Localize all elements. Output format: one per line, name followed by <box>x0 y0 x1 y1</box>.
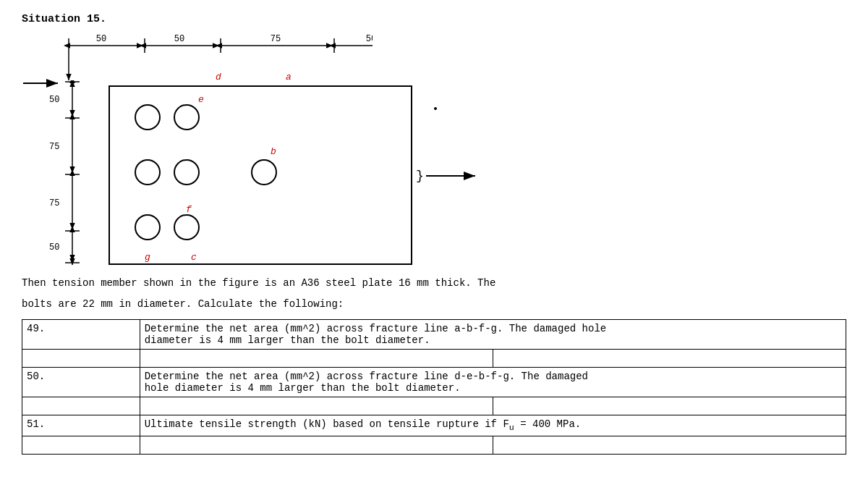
page-title: Situation 15. <box>22 13 846 25</box>
questions-table: 49. Determine the net area (mm^2) across… <box>22 319 846 455</box>
svg-text:50: 50 <box>174 34 184 44</box>
answer-cell-50b <box>493 397 846 415</box>
question-number-50: 50. <box>22 368 140 397</box>
answer-cell-49b <box>493 350 846 368</box>
label-c: c <box>191 252 197 263</box>
diagram-area: 50 50 75 50 <box>22 31 846 277</box>
table-row-answer-50 <box>22 397 846 415</box>
table-row: 49. Determine the net area (mm^2) across… <box>22 320 846 350</box>
question-text-51: Ultimate tensile strength (kN) based on … <box>140 415 846 436</box>
table-row-answer-49 <box>22 350 846 368</box>
bolt-hole-mid-left <box>135 159 161 185</box>
question-number-49: 49. <box>22 320 140 350</box>
label-g: g <box>145 252 150 263</box>
bolt-hole-top-left <box>135 104 161 130</box>
bolt-hole-mid-right <box>251 159 277 185</box>
label-b: b <box>271 146 276 157</box>
diagram-dot <box>434 107 437 110</box>
svg-text:50: 50 <box>49 95 59 105</box>
answer-cell-51b <box>493 436 846 454</box>
question-number-51: 51. <box>22 415 140 436</box>
bolt-hole-mid-center <box>174 159 200 185</box>
table-row: 51. Ultimate tensile strength (kN) based… <box>22 415 846 436</box>
bolt-hole-bot-right <box>174 214 200 240</box>
question-text-49: Determine the net area (mm^2) across fra… <box>140 320 846 350</box>
label-d: d <box>216 72 221 83</box>
answer-cell-49a <box>140 350 493 368</box>
svg-text:75: 75 <box>49 198 59 208</box>
svg-text:75: 75 <box>271 34 281 44</box>
diagram-wrapper: 50 50 75 50 <box>22 31 470 277</box>
description-line2: bolts are 22 mm in diameter. Calculate t… <box>22 297 846 315</box>
question-text-50: Determine the net area (mm^2) across fra… <box>140 368 846 397</box>
label-e: e <box>198 94 204 105</box>
page: Situation 15. <box>0 0 868 490</box>
bolt-hole-top-right <box>174 104 200 130</box>
svg-text:50: 50 <box>366 34 373 44</box>
svg-text:50: 50 <box>96 34 106 44</box>
table-row-answer-51 <box>22 436 846 454</box>
label-f: f <box>186 204 192 215</box>
bolt-hole-bot-left <box>135 214 161 240</box>
label-a: a <box>286 72 292 83</box>
right-load-arrow: } <box>416 169 481 183</box>
svg-text:75: 75 <box>49 142 59 152</box>
table-row: 50. Determine the net area (mm^2) across… <box>22 368 846 397</box>
answer-cell-50a <box>140 397 493 415</box>
svg-text:50: 50 <box>49 242 59 253</box>
svg-text:}: } <box>416 169 424 183</box>
answer-cell-51a <box>140 436 493 454</box>
left-dimensions: 50 75 75 50 <box>43 80 109 265</box>
description-line1: Then tension member shown in the figure … <box>22 276 846 294</box>
plate-rectangle: e b f g c <box>109 85 412 265</box>
